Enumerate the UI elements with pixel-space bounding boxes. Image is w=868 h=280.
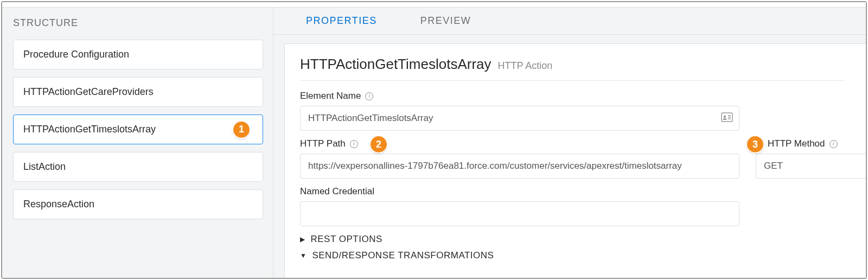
tabs-row: PROPERTIES PREVIEW (273, 8, 866, 35)
main-area: STRUCTURE Procedure Configuration HTTPAc… (2, 8, 866, 278)
structure-item-label: HTTPActionGetCareProviders (23, 86, 154, 98)
tab-properties[interactable]: PROPERTIES (284, 8, 399, 34)
section-label: SEND/RESPONSE TRANSFORMATIONS (312, 250, 494, 261)
named-credential-label: Named Credential (300, 186, 739, 197)
content-area: PROPERTIES PREVIEW HTTPActionGetTimeslot… (273, 8, 866, 278)
label-text: Named Credential (300, 186, 374, 197)
structure-item-label: Procedure Configuration (23, 49, 129, 60)
callout-badge-1: 1 (232, 120, 251, 139)
id-card-icon (721, 112, 733, 124)
info-icon[interactable]: i (350, 140, 358, 148)
label-text: Element Name (300, 91, 361, 101)
chevron-right-icon: ▶ (300, 236, 305, 243)
chevron-down-icon: ▼ (300, 252, 307, 259)
tab-preview[interactable]: PREVIEW (399, 8, 493, 34)
named-credential-input[interactable] (300, 201, 739, 226)
app-frame: STRUCTURE Procedure Configuration HTTPAc… (1, 1, 867, 279)
properties-panel: HTTPActionGetTimeslotsArray HTTP Action … (284, 43, 866, 278)
sidebar-header: STRUCTURE (13, 17, 263, 29)
element-name-label: Element Name i (300, 91, 739, 101)
label-text: HTTP Method (768, 138, 825, 149)
element-name-input-wrap (300, 106, 739, 131)
http-path-input[interactable] (300, 154, 739, 179)
structure-item-http-timeslots-array[interactable]: HTTPActionGetTimeslotsArray 1 (13, 114, 263, 144)
structure-item-response-action[interactable]: ResponseAction (13, 189, 263, 219)
http-path-label: HTTP Path i 2 (300, 138, 739, 149)
info-icon[interactable]: i (829, 140, 838, 148)
rest-options-section[interactable]: ▶ REST OPTIONS (300, 234, 866, 245)
section-label: REST OPTIONS (311, 234, 382, 245)
panel-title: HTTPActionGetTimeslotsArray (300, 56, 492, 73)
element-name-group: Element Name i (300, 91, 739, 131)
named-credential-group: Named Credential (300, 186, 739, 226)
http-method-input[interactable] (756, 154, 866, 179)
info-icon[interactable]: i (365, 92, 373, 100)
structure-item-procedure-configuration[interactable]: Procedure Configuration (13, 40, 263, 69)
panel-subtitle: HTTP Action (498, 60, 553, 72)
structure-sidebar: STRUCTURE Procedure Configuration HTTPAc… (2, 8, 273, 278)
top-strip (2, 2, 866, 8)
panel-header: HTTPActionGetTimeslotsArray HTTP Action (300, 56, 844, 81)
http-method-label: HTTP Method i (756, 138, 866, 149)
callout-badge-3: 3 (746, 135, 764, 154)
structure-item-label: ResponseAction (23, 199, 94, 210)
http-path-group: HTTP Path i 2 (300, 138, 739, 179)
structure-item-label: ListAction (23, 161, 66, 173)
callout-badge-2: 2 (369, 135, 388, 154)
http-method-group: 3 HTTP Method i (756, 138, 866, 179)
send-response-section[interactable]: ▼ SEND/RESPONSE TRANSFORMATIONS (300, 250, 866, 261)
label-text: HTTP Path (300, 138, 346, 149)
structure-item-list-action[interactable]: ListAction (13, 152, 263, 182)
structure-item-label: HTTPActionGetTimeslotsArray (23, 124, 156, 135)
svg-point-1 (724, 116, 726, 118)
structure-item-http-care-providers[interactable]: HTTPActionGetCareProviders (13, 77, 263, 107)
element-name-input[interactable] (300, 106, 739, 131)
form-area: Element Name i (300, 81, 866, 261)
